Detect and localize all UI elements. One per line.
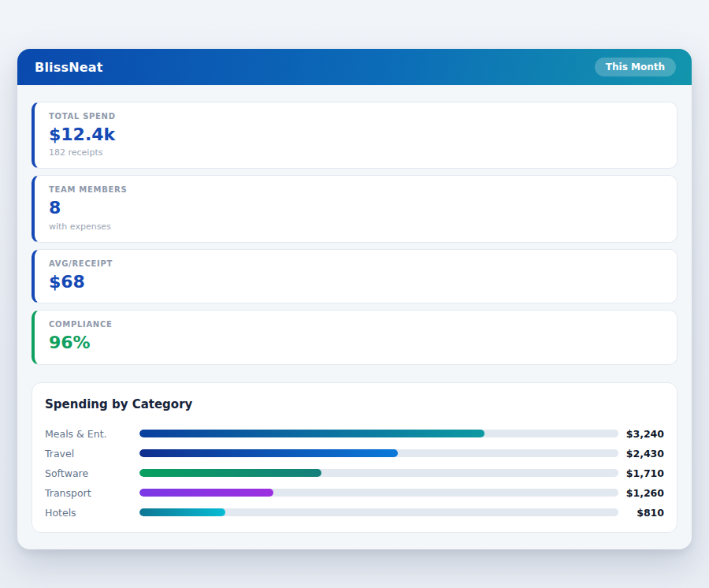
bar-track [139,489,618,497]
chart-row: Hotels$810 [45,503,664,523]
category-label: Software [45,467,139,479]
stat-subtext: with expenses [49,221,663,232]
bar-track [139,430,618,437]
chart-row: Travel$2,430 [45,444,664,463]
stat-label: COMPLIANCE [49,320,663,329]
bar-fill [139,469,321,477]
stat-card: TEAM MEMBERS8with expenses [32,175,677,242]
chart-row: Meals & Ent.$3,240 [45,424,664,444]
category-label: Hotels [45,507,139,519]
stat-label: TOTAL SPEND [49,112,663,121]
bar-value: $2,430 [618,448,664,460]
bar-value: $1,260 [618,487,664,499]
category-label: Transport [45,487,139,499]
bar-track [139,508,618,516]
category-label: Travel [45,448,139,460]
period-badge[interactable]: This Month [595,58,676,76]
stat-card: COMPLIANCE96% [32,310,677,364]
bar-fill [139,430,484,437]
dashboard-container: BlissNeat This Month TOTAL SPEND$12.4k18… [17,49,692,549]
stat-card: TOTAL SPEND$12.4k182 receipts [32,102,677,169]
stat-value: 8 [49,198,663,218]
stat-subtext: 182 receipts [49,147,663,158]
stat-label: AVG/RECEIPT [49,259,663,268]
chart-title: Spending by Category [45,397,664,411]
bar-value: $1,710 [618,467,664,479]
category-label: Meals & Ent. [45,428,139,440]
bar-track [139,449,618,457]
app-title: BlissNeat [35,60,103,75]
chart-row: Transport$1,260 [45,483,664,503]
stat-value: 96% [49,333,663,353]
chart-rows: Meals & Ent.$3,240Travel$2,430Software$1… [45,424,664,523]
app-body: TOTAL SPEND$12.4k182 receiptsTEAM MEMBER… [17,85,692,549]
bar-value: $810 [618,507,664,519]
bar-track [139,469,618,477]
bar-fill [139,489,273,497]
stat-value: $12.4k [49,125,663,145]
app-header: BlissNeat This Month [17,49,692,85]
stat-card: AVG/RECEIPT$68 [32,249,677,303]
chart-row: Software$1,710 [45,463,664,483]
bar-value: $3,240 [618,428,664,440]
chart-card: Spending by Category Meals & Ent.$3,240T… [32,382,677,533]
bar-fill [139,449,398,457]
stat-label: TEAM MEMBERS [49,185,663,194]
stats-list: TOTAL SPEND$12.4k182 receiptsTEAM MEMBER… [32,102,677,365]
bar-fill [139,508,225,516]
stat-value: $68 [49,272,663,292]
